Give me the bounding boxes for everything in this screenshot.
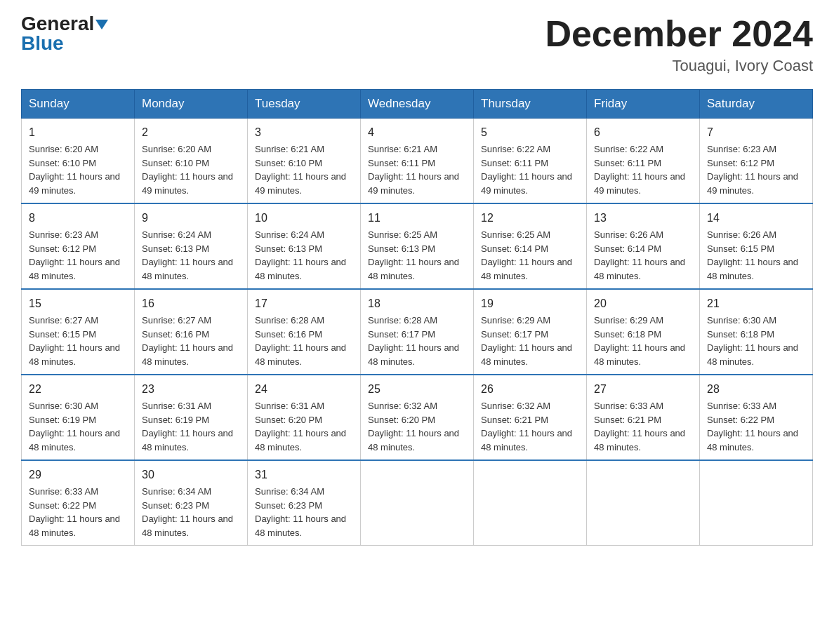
calendar-title: December 2024: [545, 14, 813, 54]
calendar-week-row: 29Sunrise: 6:33 AMSunset: 6:22 PMDayligh…: [22, 460, 813, 546]
header-monday: Monday: [135, 90, 248, 119]
table-row: 6Sunrise: 6:22 AMSunset: 6:11 PMDaylight…: [587, 119, 700, 204]
header-friday: Friday: [587, 90, 700, 119]
calendar-week-row: 22Sunrise: 6:30 AMSunset: 6:19 PMDayligh…: [22, 375, 813, 460]
table-row: 1Sunrise: 6:20 AMSunset: 6:10 PMDaylight…: [22, 119, 135, 204]
day-info: Sunrise: 6:21 AMSunset: 6:10 PMDaylight:…: [255, 142, 353, 197]
table-row: 17Sunrise: 6:28 AMSunset: 6:16 PMDayligh…: [248, 289, 361, 375]
day-number: 30: [142, 467, 240, 483]
day-info: Sunrise: 6:30 AMSunset: 6:18 PMDaylight:…: [707, 314, 805, 368]
header-sunday: Sunday: [22, 90, 135, 119]
header-wednesday: Wednesday: [361, 90, 474, 119]
table-row: 13Sunrise: 6:26 AMSunset: 6:14 PMDayligh…: [587, 203, 700, 289]
day-number: 24: [255, 381, 353, 398]
day-number: 29: [29, 467, 127, 483]
table-row: [361, 460, 474, 546]
day-info: Sunrise: 6:26 AMSunset: 6:14 PMDaylight:…: [594, 228, 692, 283]
day-info: Sunrise: 6:29 AMSunset: 6:17 PMDaylight:…: [481, 314, 579, 368]
day-info: Sunrise: 6:29 AMSunset: 6:18 PMDaylight:…: [594, 314, 692, 368]
day-info: Sunrise: 6:27 AMSunset: 6:15 PMDaylight:…: [29, 314, 127, 368]
table-row: [474, 460, 587, 546]
day-info: Sunrise: 6:33 AMSunset: 6:21 PMDaylight:…: [594, 399, 692, 454]
day-info: Sunrise: 6:23 AMSunset: 6:12 PMDaylight:…: [29, 228, 127, 283]
table-row: 27Sunrise: 6:33 AMSunset: 6:21 PMDayligh…: [587, 375, 700, 460]
day-info: Sunrise: 6:31 AMSunset: 6:20 PMDaylight:…: [255, 399, 353, 454]
day-info: Sunrise: 6:33 AMSunset: 6:22 PMDaylight:…: [707, 399, 805, 454]
day-info: Sunrise: 6:28 AMSunset: 6:16 PMDaylight:…: [255, 314, 353, 368]
page-header: General Blue December 2024 Touagui, Ivor…: [21, 14, 813, 75]
day-info: Sunrise: 6:28 AMSunset: 6:17 PMDaylight:…: [368, 314, 466, 368]
day-number: 22: [29, 381, 127, 398]
day-number: 17: [255, 295, 353, 312]
table-row: 26Sunrise: 6:32 AMSunset: 6:21 PMDayligh…: [474, 375, 587, 460]
table-row: 4Sunrise: 6:21 AMSunset: 6:11 PMDaylight…: [361, 119, 474, 204]
day-info: Sunrise: 6:32 AMSunset: 6:21 PMDaylight:…: [481, 399, 579, 454]
table-row: [700, 460, 813, 546]
day-info: Sunrise: 6:25 AMSunset: 6:13 PMDaylight:…: [368, 228, 466, 283]
table-row: 23Sunrise: 6:31 AMSunset: 6:19 PMDayligh…: [135, 375, 248, 460]
day-number: 7: [707, 124, 805, 141]
table-row: 29Sunrise: 6:33 AMSunset: 6:22 PMDayligh…: [22, 460, 135, 546]
table-row: 30Sunrise: 6:34 AMSunset: 6:23 PMDayligh…: [135, 460, 248, 546]
day-number: 13: [594, 210, 692, 227]
calendar-week-row: 1Sunrise: 6:20 AMSunset: 6:10 PMDaylight…: [22, 119, 813, 204]
table-row: 22Sunrise: 6:30 AMSunset: 6:19 PMDayligh…: [22, 375, 135, 460]
day-info: Sunrise: 6:33 AMSunset: 6:22 PMDaylight:…: [29, 485, 127, 539]
day-info: Sunrise: 6:25 AMSunset: 6:14 PMDaylight:…: [481, 228, 579, 283]
calendar-week-row: 15Sunrise: 6:27 AMSunset: 6:15 PMDayligh…: [22, 289, 813, 375]
day-number: 25: [368, 381, 466, 398]
header-saturday: Saturday: [700, 90, 813, 119]
day-number: 20: [594, 295, 692, 312]
day-number: 14: [707, 210, 805, 227]
day-info: Sunrise: 6:30 AMSunset: 6:19 PMDaylight:…: [29, 399, 127, 454]
table-row: 3Sunrise: 6:21 AMSunset: 6:10 PMDaylight…: [248, 119, 361, 204]
day-info: Sunrise: 6:20 AMSunset: 6:10 PMDaylight:…: [142, 142, 240, 197]
header-thursday: Thursday: [474, 90, 587, 119]
calendar-week-row: 8Sunrise: 6:23 AMSunset: 6:12 PMDaylight…: [22, 203, 813, 289]
calendar-table: Sunday Monday Tuesday Wednesday Thursday…: [21, 89, 813, 546]
table-row: 2Sunrise: 6:20 AMSunset: 6:10 PMDaylight…: [135, 119, 248, 204]
table-row: 20Sunrise: 6:29 AMSunset: 6:18 PMDayligh…: [587, 289, 700, 375]
day-number: 1: [29, 124, 127, 141]
day-info: Sunrise: 6:22 AMSunset: 6:11 PMDaylight:…: [481, 142, 579, 197]
day-info: Sunrise: 6:32 AMSunset: 6:20 PMDaylight:…: [368, 399, 466, 454]
header-tuesday: Tuesday: [248, 90, 361, 119]
svg-marker-0: [95, 20, 108, 29]
logo-blue-text: Blue: [21, 34, 64, 53]
table-row: 24Sunrise: 6:31 AMSunset: 6:20 PMDayligh…: [248, 375, 361, 460]
day-number: 19: [481, 295, 579, 312]
table-row: 21Sunrise: 6:30 AMSunset: 6:18 PMDayligh…: [700, 289, 813, 375]
day-info: Sunrise: 6:34 AMSunset: 6:23 PMDaylight:…: [255, 485, 353, 539]
day-info: Sunrise: 6:24 AMSunset: 6:13 PMDaylight:…: [255, 228, 353, 283]
title-block: December 2024 Touagui, Ivory Coast: [545, 14, 813, 75]
day-number: 28: [707, 381, 805, 398]
day-number: 2: [142, 124, 240, 141]
day-number: 26: [481, 381, 579, 398]
day-number: 12: [481, 210, 579, 227]
table-row: 14Sunrise: 6:26 AMSunset: 6:15 PMDayligh…: [700, 203, 813, 289]
table-row: 19Sunrise: 6:29 AMSunset: 6:17 PMDayligh…: [474, 289, 587, 375]
table-row: 7Sunrise: 6:23 AMSunset: 6:12 PMDaylight…: [700, 119, 813, 204]
day-info: Sunrise: 6:20 AMSunset: 6:10 PMDaylight:…: [29, 142, 127, 197]
day-info: Sunrise: 6:26 AMSunset: 6:15 PMDaylight:…: [707, 228, 805, 283]
table-row: 16Sunrise: 6:27 AMSunset: 6:16 PMDayligh…: [135, 289, 248, 375]
day-number: 31: [255, 467, 353, 483]
table-row: 9Sunrise: 6:24 AMSunset: 6:13 PMDaylight…: [135, 203, 248, 289]
table-row: 5Sunrise: 6:22 AMSunset: 6:11 PMDaylight…: [474, 119, 587, 204]
day-info: Sunrise: 6:27 AMSunset: 6:16 PMDaylight:…: [142, 314, 240, 368]
logo-general-text: General: [21, 14, 94, 34]
day-info: Sunrise: 6:34 AMSunset: 6:23 PMDaylight:…: [142, 485, 240, 539]
table-row: 12Sunrise: 6:25 AMSunset: 6:14 PMDayligh…: [474, 203, 587, 289]
day-info: Sunrise: 6:21 AMSunset: 6:11 PMDaylight:…: [368, 142, 466, 197]
day-number: 5: [481, 124, 579, 141]
table-row: 25Sunrise: 6:32 AMSunset: 6:20 PMDayligh…: [361, 375, 474, 460]
day-number: 8: [29, 210, 127, 227]
day-info: Sunrise: 6:23 AMSunset: 6:12 PMDaylight:…: [707, 142, 805, 197]
day-number: 4: [368, 124, 466, 141]
logo-triangle-icon: [95, 20, 108, 32]
calendar-location: Touagui, Ivory Coast: [545, 57, 813, 75]
table-row: 10Sunrise: 6:24 AMSunset: 6:13 PMDayligh…: [248, 203, 361, 289]
day-number: 15: [29, 295, 127, 312]
table-row: 31Sunrise: 6:34 AMSunset: 6:23 PMDayligh…: [248, 460, 361, 546]
table-row: 8Sunrise: 6:23 AMSunset: 6:12 PMDaylight…: [22, 203, 135, 289]
